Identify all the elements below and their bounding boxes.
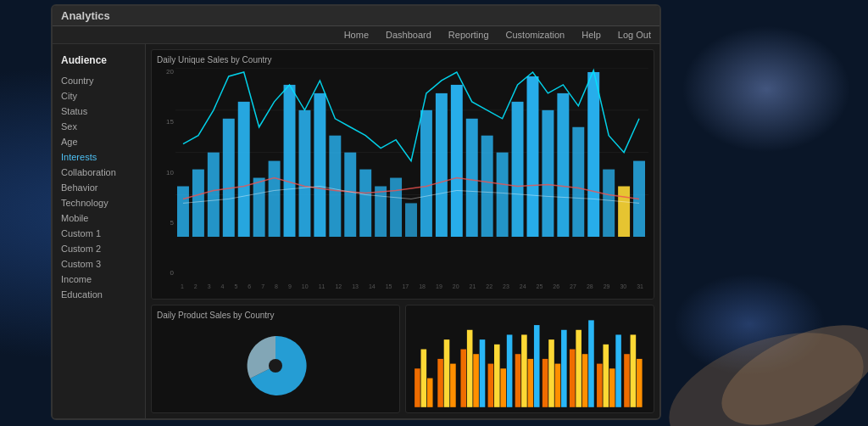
svg-rect-46 [480,339,486,407]
svg-rect-41 [444,339,450,407]
x-label: 13 [352,283,359,289]
x-label: 19 [436,283,442,289]
svg-rect-49 [500,368,506,407]
svg-rect-40 [437,359,443,407]
sidebar-item-collaboration[interactable]: Collaboration [53,165,145,180]
nav-customization[interactable]: Customization [506,30,565,40]
svg-rect-7 [208,153,220,238]
svg-rect-9 [238,102,250,237]
nav-bar: Home Dashboard Reporting Customization H… [53,26,659,44]
svg-rect-42 [450,364,456,407]
svg-rect-20 [405,203,417,237]
x-label: 8 [275,283,278,289]
svg-rect-13 [298,110,310,237]
svg-rect-16 [344,153,356,238]
hand-svg [529,171,868,426]
x-label: 7 [261,283,264,289]
svg-rect-47 [488,364,494,407]
sidebar-item-sex[interactable]: Sex [53,119,145,134]
svg-rect-26 [497,153,509,238]
sidebar-item-custom2[interactable]: Custom 2 [53,241,145,256]
x-label: 6 [248,283,251,289]
y-label-20: 20 [166,68,174,76]
nav-dashboard[interactable]: Dashboard [386,30,431,40]
svg-rect-6 [192,170,204,238]
y-label-0: 0 [170,269,174,277]
sidebar-item-education[interactable]: Education [53,287,145,302]
svg-rect-44 [467,330,473,407]
svg-rect-18 [375,186,387,237]
svg-rect-48 [494,345,500,407]
bottom-left-chart-section: Daily Product Sales by Country [151,305,400,413]
sidebar-item-country[interactable]: Country [53,73,145,88]
svg-rect-52 [521,335,527,407]
x-label: 10 [302,283,309,289]
sidebar-header: Audience [53,51,145,73]
svg-rect-50 [507,335,513,407]
sidebar-item-status[interactable]: Status [53,104,145,119]
sidebar-item-behavior[interactable]: Behavior [53,180,145,195]
bottom-left-chart-title: Daily Product Sales by Country [157,311,394,320]
svg-rect-17 [359,170,371,238]
sidebar: Audience Country City Status Sex Age Int… [53,44,146,418]
y-label-15: 15 [166,118,174,126]
x-label: 11 [319,283,326,289]
svg-rect-45 [473,354,479,407]
x-label: 22 [486,283,492,289]
sidebar-item-income[interactable]: Income [53,272,145,287]
x-label: 17 [402,283,409,289]
sidebar-item-custom1[interactable]: Custom 1 [53,226,145,241]
svg-rect-39 [427,378,433,407]
x-label: 2 [194,283,198,289]
svg-rect-14 [314,93,326,237]
pie-chart-svg [242,332,309,400]
svg-rect-5 [177,186,189,237]
svg-rect-12 [284,85,296,237]
svg-rect-43 [460,350,466,407]
sidebar-item-city[interactable]: City [53,88,145,104]
top-chart-y-axis: 20 15 10 5 0 [157,68,174,277]
x-label: 18 [419,283,426,289]
sidebar-item-mobile[interactable]: Mobile [53,210,145,226]
x-label: 21 [470,283,476,289]
nav-logout[interactable]: Log Out [618,30,651,40]
sidebar-item-age[interactable]: Age [53,134,145,149]
svg-rect-23 [451,85,463,237]
x-label: 4 [221,283,225,289]
svg-rect-37 [415,368,420,407]
app-title: Analytics [61,9,110,22]
svg-rect-24 [466,119,478,237]
x-label: 20 [453,283,459,289]
nav-reporting[interactable]: Reporting [448,30,489,40]
title-bar: Analytics [53,6,659,26]
sidebar-item-technology[interactable]: Technology [53,195,145,210]
x-label: 1 [181,283,184,289]
x-label: 23 [503,283,509,289]
x-label: 14 [369,283,376,289]
x-label: 3 [208,283,211,289]
y-label-10: 10 [166,169,174,177]
x-label: 5 [234,283,237,289]
svg-rect-8 [223,119,235,237]
x-label: 12 [335,283,342,289]
nav-home[interactable]: Home [344,30,369,40]
svg-rect-19 [390,178,402,238]
nav-help[interactable]: Help [581,30,601,40]
svg-rect-27 [512,102,524,237]
sidebar-item-custom3[interactable]: Custom 3 [53,256,145,272]
svg-rect-21 [420,110,432,237]
x-label: 24 [520,283,526,289]
svg-rect-15 [329,136,341,238]
bottom-left-chart-body [157,323,394,407]
top-chart-title: Daily Unique Sales by Country [157,55,648,64]
sidebar-item-interests[interactable]: Interests [53,149,145,165]
x-label: 15 [386,283,392,289]
right-light-effect [682,25,851,153]
person-overlay [529,171,868,426]
x-label: 9 [288,283,292,289]
y-label-5: 5 [170,219,174,227]
svg-point-36 [269,359,282,373]
svg-rect-11 [269,161,281,238]
svg-rect-22 [436,93,448,237]
svg-rect-10 [253,178,265,238]
